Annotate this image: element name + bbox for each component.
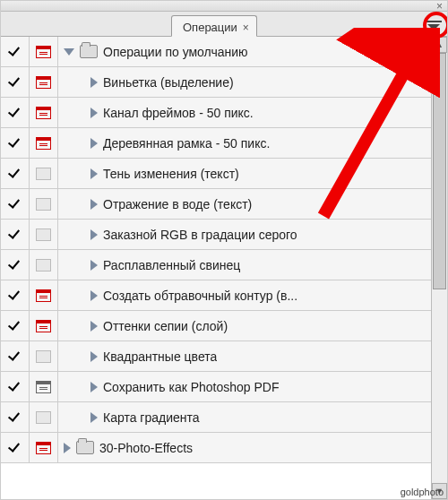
- dialog-column[interactable]: [30, 250, 58, 280]
- check-column[interactable]: [1, 98, 30, 127]
- dialog-toggle-empty[interactable]: [36, 350, 51, 363]
- toggle-checkmark-icon[interactable]: [8, 106, 22, 120]
- dialog-toggle-empty[interactable]: [36, 168, 51, 180]
- dialog-column[interactable]: [30, 402, 58, 432]
- toggle-checkmark-icon[interactable]: [8, 228, 22, 242]
- tree-column[interactable]: Тень изменения (текст): [58, 159, 447, 188]
- toggle-checkmark-icon[interactable]: [8, 380, 22, 394]
- tree-column[interactable]: Виньетка (выделение): [58, 67, 447, 97]
- tree-column[interactable]: 30-Photo-Effects: [58, 433, 447, 462]
- tree-column[interactable]: Оттенки сепии (слой): [58, 311, 447, 341]
- dialog-column[interactable]: [30, 341, 58, 371]
- dialog-toggle-icon[interactable]: [36, 442, 51, 454]
- check-column[interactable]: [1, 159, 30, 188]
- scrollbar-vertical[interactable]: ▲ ▼: [431, 37, 447, 499]
- toggle-checkmark-icon[interactable]: [8, 319, 22, 333]
- action-row[interactable]: Сохранить как Photoshop PDF: [1, 372, 447, 402]
- check-column[interactable]: [1, 341, 30, 371]
- disclosure-open-icon[interactable]: [64, 48, 74, 56]
- tree-column[interactable]: Квадрантные цвета: [58, 341, 447, 371]
- disclosure-closed-icon[interactable]: [90, 77, 98, 88]
- action-row[interactable]: Карта градиента: [1, 402, 447, 433]
- dialog-toggle-icon[interactable]: [36, 289, 51, 302]
- dialog-column[interactable]: [30, 220, 58, 249]
- dialog-toggle-icon[interactable]: [36, 137, 51, 150]
- action-row[interactable]: Квадрантные цвета: [1, 341, 447, 372]
- disclosure-closed-icon[interactable]: [90, 199, 98, 210]
- toggle-checkmark-icon[interactable]: [8, 197, 22, 211]
- tab-actions[interactable]: Операции ×: [171, 15, 257, 37]
- action-row[interactable]: Тень изменения (текст): [1, 159, 447, 189]
- tree-column[interactable]: Сохранить как Photoshop PDF: [58, 372, 447, 401]
- check-column[interactable]: [1, 372, 30, 401]
- dialog-column[interactable]: [30, 98, 58, 127]
- action-row[interactable]: Заказной RGB в градации серого: [1, 220, 447, 250]
- action-row[interactable]: Создать обтравочный контур (в...: [1, 280, 447, 311]
- tree-column[interactable]: Канал фреймов - 50 пикс.: [58, 98, 447, 127]
- action-set-row[interactable]: 30-Photo-Effects: [1, 433, 447, 463]
- tree-column[interactable]: Отражение в воде (текст): [58, 189, 447, 219]
- action-row[interactable]: Оттенки сепии (слой): [1, 311, 447, 341]
- disclosure-closed-icon[interactable]: [90, 321, 98, 332]
- dialog-column[interactable]: [30, 189, 58, 219]
- disclosure-closed-icon[interactable]: [90, 260, 98, 271]
- dialog-column[interactable]: [30, 433, 58, 462]
- check-column[interactable]: [1, 250, 30, 280]
- action-set-row[interactable]: Операции по умолчанию: [1, 37, 447, 67]
- dialog-toggle-empty[interactable]: [36, 411, 51, 424]
- toggle-checkmark-icon[interactable]: [8, 75, 22, 90]
- toggle-checkmark-icon[interactable]: [8, 45, 22, 59]
- tree-column[interactable]: Операции по умолчанию: [58, 37, 447, 66]
- scroll-thumb[interactable]: [433, 53, 446, 289]
- dialog-toggle-empty[interactable]: [36, 259, 51, 272]
- tree-column[interactable]: Деревянная рамка - 50 пикс.: [58, 128, 447, 158]
- dialog-toggle-empty[interactable]: [36, 228, 51, 241]
- disclosure-closed-icon[interactable]: [90, 412, 98, 423]
- dialog-column[interactable]: [30, 280, 58, 310]
- window-close-icon[interactable]: ×: [436, 0, 443, 13]
- disclosure-closed-icon[interactable]: [90, 168, 98, 179]
- dialog-column[interactable]: [30, 37, 58, 66]
- check-column[interactable]: [1, 311, 30, 341]
- toggle-checkmark-icon[interactable]: [8, 441, 22, 455]
- disclosure-closed-icon[interactable]: [90, 138, 98, 149]
- dialog-toggle-icon[interactable]: [36, 46, 51, 58]
- dialog-column[interactable]: [30, 67, 58, 97]
- dialog-toggle-icon[interactable]: [36, 76, 51, 89]
- check-column[interactable]: [1, 37, 30, 66]
- disclosure-closed-icon[interactable]: [90, 290, 98, 301]
- action-row[interactable]: Отражение в воде (текст): [1, 189, 447, 220]
- toggle-checkmark-icon[interactable]: [8, 167, 22, 181]
- dialog-toggle-icon[interactable]: [36, 320, 51, 332]
- scroll-track[interactable]: [432, 53, 447, 483]
- toggle-checkmark-icon[interactable]: [8, 289, 22, 303]
- dialog-column[interactable]: [30, 311, 58, 341]
- toggle-checkmark-icon[interactable]: [8, 349, 22, 364]
- dialog-column[interactable]: [30, 159, 58, 188]
- tree-column[interactable]: Заказной RGB в градации серого: [58, 220, 447, 249]
- check-column[interactable]: [1, 189, 30, 219]
- action-row[interactable]: Деревянная рамка - 50 пикс.: [1, 128, 447, 159]
- check-column[interactable]: [1, 280, 30, 310]
- toggle-checkmark-icon[interactable]: [8, 258, 22, 272]
- toggle-checkmark-icon[interactable]: [8, 410, 22, 425]
- tree-column[interactable]: Создать обтравочный контур (в...: [58, 280, 447, 310]
- dialog-column[interactable]: [30, 128, 58, 158]
- check-column[interactable]: [1, 402, 30, 432]
- check-column[interactable]: [1, 220, 30, 249]
- disclosure-closed-icon[interactable]: [64, 443, 71, 453]
- disclosure-closed-icon[interactable]: [90, 108, 98, 118]
- action-row[interactable]: Расплавленный свинец: [1, 250, 447, 280]
- check-column[interactable]: [1, 67, 30, 97]
- check-column[interactable]: [1, 433, 30, 462]
- tab-close-icon[interactable]: ×: [243, 22, 249, 34]
- dialog-toggle-icon[interactable]: [36, 107, 51, 119]
- action-row[interactable]: Канал фреймов - 50 пикс.: [1, 98, 447, 128]
- dialog-toggle-icon[interactable]: [36, 381, 51, 393]
- tree-column[interactable]: Расплавленный свинец: [58, 250, 447, 280]
- dialog-toggle-empty[interactable]: [36, 198, 51, 211]
- panel-flyout-menu-button[interactable]: [426, 21, 442, 33]
- disclosure-closed-icon[interactable]: [90, 382, 98, 392]
- disclosure-closed-icon[interactable]: [90, 351, 98, 362]
- disclosure-closed-icon[interactable]: [90, 229, 98, 240]
